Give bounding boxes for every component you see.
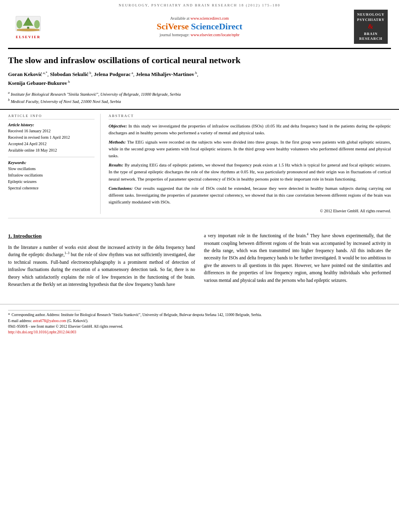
history-item-1: Received 16 January 2012	[8, 128, 95, 134]
npbr-line1: NEUROLOGY	[357, 12, 385, 16]
author-3-sup: a	[131, 71, 133, 75]
elsevier-logo: ELSEVIER	[8, 12, 48, 41]
author-3: Jelena Podgorac	[94, 72, 130, 78]
page-footer: * Corresponding author. Address: Institu…	[0, 304, 399, 339]
body-col-left: 1. Introduction In the literature a numb…	[8, 232, 195, 292]
intro-heading: 1. Introduction	[8, 232, 195, 240]
journal-homepage: journal homepage: www.elsevier.com/locat…	[48, 33, 351, 37]
content-area: Article Info Article history: Received 1…	[0, 110, 399, 228]
results-label: Results:	[109, 162, 123, 167]
keyword-3: Epileptic seizures	[8, 179, 95, 185]
history-label: Article history:	[8, 123, 95, 127]
history-item-2: Received in revised form 1 April 2012	[8, 134, 95, 141]
footnote-divider	[8, 310, 80, 310]
author-1-sup: a,*	[42, 71, 47, 75]
npbr-ampersand: &	[357, 22, 385, 31]
doi-line: http://dx.doi.org/10.1016/j.npbr.2012.04…	[8, 329, 391, 335]
copyright-text: © 2012 Elsevier GmbH. All rights reserve…	[109, 208, 391, 214]
history-item-4: Available online 18 May 2012	[8, 147, 95, 154]
email-link[interactable]: astra678@yahoo.com	[33, 319, 66, 323]
author-2: Slobodan Sekulić	[50, 72, 88, 78]
journal-header: Neurology, Psychiatry and Brain Research…	[0, 0, 399, 46]
affil-a-sup: a	[8, 91, 10, 94]
corresponding-text: Corresponding author. Address: Institute…	[12, 312, 262, 318]
keyword-2: Infraslow oscillations	[8, 172, 95, 179]
article-info-label: Article Info	[8, 114, 95, 119]
elsevier-tree-icon	[14, 14, 42, 34]
email-line: E-mail address: astra678@yahoo.com (G. K…	[8, 318, 391, 324]
available-at-text: Available at www.sciencedirect.com	[48, 16, 351, 21]
author-4: Jelena Mihaljev-Martinov	[136, 72, 194, 78]
homepage-link[interactable]: www.elsevier.com/locate/npbr	[191, 33, 240, 37]
sciverse-logo: SciVerse ScienceDirect	[48, 21, 351, 32]
article-info-col: Article Info Article history: Received 1…	[8, 114, 101, 214]
conclusions-text: Our results suggested that the role of I…	[109, 186, 391, 204]
keywords-group: Keywords: Slow oscillations Infraslow os…	[8, 160, 95, 191]
ref-4: 4	[307, 232, 309, 236]
keyword-4: Spectral coherence	[8, 185, 95, 191]
journal-title-bar: Neurology, Psychiatry and Brain Research…	[8, 3, 391, 7]
svg-point-4	[16, 20, 22, 29]
body-content: 1. Introduction In the literature a numb…	[0, 228, 399, 296]
article-main-title: The slow and infraslow oscillations of c…	[8, 55, 391, 66]
npbr-line3: BRAIN	[364, 32, 378, 36]
svg-point-5	[34, 20, 40, 29]
section-title: Introduction	[13, 233, 42, 239]
author-4-sup: b	[194, 71, 197, 75]
sciencedirect-link[interactable]: www.sciencedirect.com	[190, 16, 228, 21]
author-2-sup: b	[88, 71, 91, 75]
body-col-right: a very important role in the functioning…	[204, 232, 391, 292]
npbr-line4: RESEARCH	[359, 37, 383, 41]
abstract-conclusions: Conclusions: Our results suggested that …	[109, 185, 391, 205]
section-num: 1.	[8, 233, 12, 239]
methods-label: Methods:	[109, 140, 126, 144]
results-text: By analyzing EEG data of epileptic patie…	[109, 162, 391, 181]
article-meta: Article Info Article history: Received 1…	[8, 114, 391, 218]
article-history-group: Article history: Received 16 January 201…	[8, 123, 95, 154]
conclusions-label: Conclusions:	[109, 186, 133, 191]
star-symbol: *	[8, 312, 10, 318]
keyword-1: Slow oscillations	[8, 166, 95, 172]
homepage-label: journal homepage:	[160, 33, 190, 37]
abstract-text: Objective: In this study we investigated…	[109, 123, 391, 214]
ref-1-3: 1–3	[65, 252, 70, 255]
abstract-methods: Methods: The EEG signals were recorded o…	[109, 139, 391, 159]
affil-b-sup: b	[8, 98, 10, 102]
intro-right-paragraph: a very important role in the functioning…	[204, 232, 391, 284]
intro-left-paragraph: In the literature a number of works exis…	[8, 244, 195, 288]
header-row: ELSEVIER Available at www.sciencedirect.…	[8, 10, 391, 44]
abstract-objective: Objective: In this study we investigated…	[109, 123, 391, 136]
available-at-label: Available at	[170, 16, 189, 21]
authors-line: Goran Keković a,*, Slobodan Sekulić b, J…	[8, 70, 391, 88]
star-note: * Corresponding author. Address: Institu…	[8, 312, 391, 318]
npbr-line2: PSYCHIATRY	[357, 18, 385, 22]
history-item-3: Accepted 24 April 2012	[8, 141, 95, 147]
abstract-col: Abstract Objective: In this study we inv…	[109, 114, 391, 214]
keywords-label: Keywords:	[8, 160, 95, 165]
affiliations: a Institute for Biological Research "Sin…	[8, 90, 391, 105]
email-suffix: (G. Keković).	[67, 319, 88, 323]
author-5: Ksenija Gebauer-Bukurov	[8, 80, 67, 86]
abstract-results: Results: By analyzing EEG data of epilep…	[109, 162, 391, 182]
npbr-logo: NEUROLOGY PSYCHIATRY & BRAIN RESEARCH	[351, 10, 391, 44]
email-label: E-mail address:	[8, 319, 33, 323]
npbr-box: NEUROLOGY PSYCHIATRY & BRAIN RESEARCH	[354, 10, 388, 44]
author-5-sup: b	[67, 80, 70, 84]
objective-text: In this study we investigated the proper…	[109, 123, 391, 135]
article-title-section: The slow and infraslow oscillations of c…	[0, 49, 399, 110]
abstract-label: Abstract	[109, 114, 391, 119]
issn-line: 0941-9500/$ - see front matter © 2012 El…	[8, 324, 391, 329]
footnote-corresponding: * Corresponding author. Address: Institu…	[8, 312, 391, 335]
elsevier-label: ELSEVIER	[16, 35, 41, 39]
two-col-body: 1. Introduction In the literature a numb…	[8, 232, 391, 292]
doi-link[interactable]: http://dx.doi.org/10.1016/j.npbr.2012.04…	[8, 330, 76, 334]
affil-a-text: Institute for Biological Research "Siniš…	[11, 92, 181, 96]
header-center: Available at www.sciencedirect.com SciVe…	[48, 16, 351, 37]
affil-b-text: Medical Faculty, University of Novi Sad,…	[11, 99, 121, 103]
methods-text: The EEG signals were recorded on the sub…	[109, 140, 391, 158]
author-1: Goran Keković	[8, 72, 42, 78]
info-divider	[8, 157, 95, 157]
objective-label: Objective:	[109, 123, 127, 128]
